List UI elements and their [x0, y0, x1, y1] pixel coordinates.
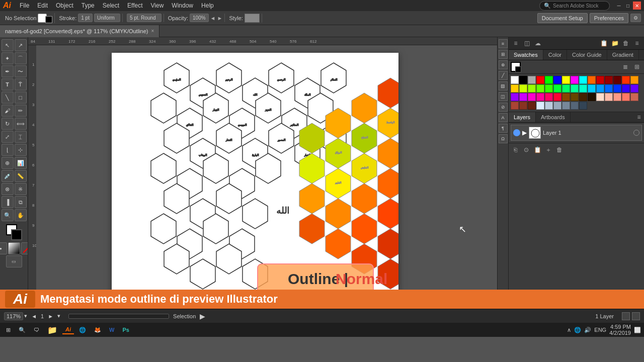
- tray-volume-icon[interactable]: 🔊: [584, 327, 591, 333]
- reflect-tool[interactable]: ⟺: [15, 118, 27, 130]
- tab-color[interactable]: Color: [543, 50, 567, 60]
- page-prev-arrow[interactable]: ◄: [31, 313, 37, 319]
- gradient-panel-button[interactable]: ▨: [499, 81, 508, 90]
- swatch-item[interactable]: [562, 76, 570, 84]
- maximize-button[interactable]: □: [624, 2, 632, 10]
- layers-options-button[interactable]: ≡: [634, 112, 644, 122]
- round-dropdown[interactable]: 5 pt. Round: [127, 14, 162, 22]
- taskbar-app-chrome[interactable]: 🌐: [76, 326, 89, 334]
- gradient-button[interactable]: [8, 242, 20, 254]
- swatch-item[interactable]: [562, 84, 570, 93]
- swatch-item[interactable]: [588, 84, 596, 93]
- type-tool[interactable]: T: [2, 78, 14, 90]
- delete-layer-button[interactable]: 🗑: [554, 145, 565, 155]
- search-taskbar-button[interactable]: 🔍: [16, 326, 29, 334]
- locate-object-button[interactable]: ⊙: [521, 145, 531, 155]
- swatch-item[interactable]: [511, 93, 519, 101]
- stock-search[interactable]: 🔍 Search Adobe Stock: [539, 1, 610, 11]
- tab-color-guide[interactable]: Color Guide: [567, 50, 607, 60]
- swatch-item[interactable]: [605, 93, 613, 101]
- swatch-item[interactable]: [519, 76, 527, 84]
- blend-tool[interactable]: ⊗: [2, 183, 14, 195]
- swatch-item[interactable]: [562, 93, 570, 101]
- transparency-button[interactable]: ◫: [499, 92, 508, 101]
- tray-network-icon[interactable]: 🌐: [574, 327, 581, 333]
- appear-button[interactable]: ⊘: [499, 103, 508, 112]
- swatch-fill-icon[interactable]: [511, 62, 521, 72]
- swatch-item[interactable]: [622, 93, 630, 101]
- taskbar-app-firefox[interactable]: 🦊: [91, 326, 104, 334]
- layer-target-icon[interactable]: [633, 130, 639, 136]
- system-clock[interactable]: 4:59 PM 4/2/2019: [609, 324, 631, 336]
- swatch-item[interactable]: [536, 102, 544, 110]
- rect-tool[interactable]: □: [15, 92, 27, 104]
- swatch-item[interactable]: [562, 102, 570, 110]
- eyedropper-tool[interactable]: 💉: [2, 170, 14, 182]
- panel-list-view[interactable]: ≡: [511, 38, 521, 48]
- canvas-viewport[interactable]: الله الرحمن الرحيم الملك القدوس السلام ا…: [36, 45, 497, 290]
- hand-tool[interactable]: ✋: [15, 209, 27, 221]
- menu-effect[interactable]: Effect: [124, 1, 146, 10]
- swatch-item[interactable]: [605, 76, 613, 84]
- swatch-item[interactable]: [622, 76, 630, 84]
- pathfinder-button[interactable]: ⊕: [499, 60, 508, 69]
- menu-type[interactable]: Type: [78, 1, 98, 10]
- swatch-item[interactable]: [528, 84, 536, 93]
- swatch-item[interactable]: [571, 93, 579, 101]
- swatch-item[interactable]: [613, 76, 621, 84]
- layout-icon-2[interactable]: [632, 312, 640, 320]
- swatch-item[interactable]: [553, 84, 561, 93]
- magic-wand-tool[interactable]: ✦: [2, 52, 14, 64]
- swatch-item[interactable]: [630, 93, 638, 101]
- taskbar-app-word[interactable]: W: [106, 326, 117, 334]
- menu-help[interactable]: Help: [198, 1, 217, 10]
- direct-selection-tool[interactable]: ↗: [15, 39, 27, 51]
- menu-edit[interactable]: Edit: [34, 1, 51, 10]
- new-layer-button[interactable]: ＋: [543, 145, 553, 155]
- swatch-grid-view[interactable]: ⊞: [632, 62, 642, 72]
- swatch-item[interactable]: [536, 93, 544, 101]
- zoom-control[interactable]: 117% ▾: [4, 312, 27, 320]
- document-tab[interactable]: names-of-god2 [Converted].eps* @ 117% (C…: [0, 25, 159, 37]
- swatch-item[interactable]: [571, 102, 579, 110]
- color-mode-button[interactable]: ●: [0, 242, 7, 254]
- tab-artboards[interactable]: Artboards: [536, 112, 571, 122]
- layer-expand-arrow[interactable]: ▶: [522, 129, 527, 136]
- panel-icon-view-btn[interactable]: ◫: [522, 38, 532, 48]
- line-tool[interactable]: ╲: [2, 92, 14, 104]
- pencil-tool[interactable]: ✏: [15, 105, 27, 117]
- shear-tool[interactable]: ⌶: [15, 131, 27, 143]
- panel-icon-cloud[interactable]: ☁: [533, 38, 543, 48]
- para-panel-button[interactable]: ¶: [499, 124, 508, 133]
- swatch-item[interactable]: [528, 102, 536, 110]
- taskbar-app-illustrator[interactable]: Ai: [62, 325, 74, 334]
- char-panel-button[interactable]: A: [499, 113, 508, 122]
- swatch-item[interactable]: [630, 84, 638, 93]
- menu-file[interactable]: File: [16, 1, 33, 10]
- swatch-item[interactable]: [622, 84, 630, 93]
- panel-icon-folder[interactable]: 📁: [610, 38, 620, 48]
- swatch-item[interactable]: [519, 93, 527, 101]
- swatch-item[interactable]: [553, 93, 561, 101]
- stroke-swatch[interactable]: [45, 16, 52, 23]
- artboard-tool[interactable]: ⧉: [15, 196, 27, 208]
- swatch-item[interactable]: [511, 102, 519, 110]
- opacity-value[interactable]: 100%: [190, 14, 209, 22]
- nav-mode-dropdown-arrow[interactable]: ▾: [57, 313, 60, 319]
- layout-icon-1[interactable]: [622, 312, 630, 320]
- swatch-item[interactable]: [519, 84, 527, 93]
- tray-action-center-icon[interactable]: ⬜: [634, 327, 641, 333]
- swatch-item[interactable]: [588, 93, 596, 101]
- panel-icon-add[interactable]: 📋: [599, 38, 609, 48]
- taskbar-app-explorer[interactable]: 📁: [44, 324, 60, 336]
- menu-object[interactable]: Object: [52, 1, 77, 10]
- swatch-item[interactable]: [536, 76, 544, 84]
- document-setup-button[interactable]: Document Setup: [537, 13, 588, 23]
- zoom-dropdown-arrow[interactable]: ▾: [24, 313, 27, 319]
- menu-view[interactable]: View: [147, 1, 168, 10]
- swatch-list-view[interactable]: ≣: [620, 62, 630, 72]
- uniform-dropdown[interactable]: Uniform: [94, 14, 120, 22]
- panel-options-button[interactable]: ≡: [632, 38, 642, 48]
- make-clipping-button[interactable]: ⎗: [510, 145, 520, 155]
- free-transform-tool[interactable]: ⊹: [15, 144, 27, 156]
